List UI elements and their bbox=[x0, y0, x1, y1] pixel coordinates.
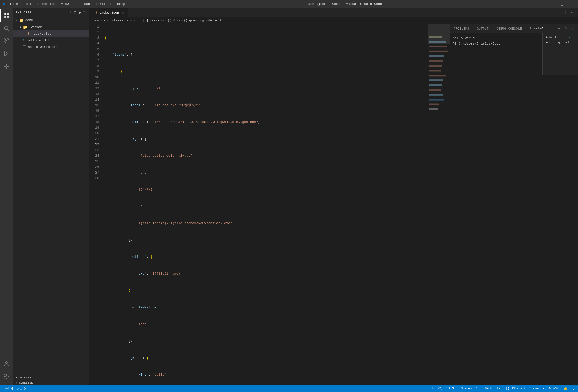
statusbar-errors[interactable]: ◯ ⓪ 0 bbox=[3, 385, 14, 392]
code-line-12: "${fileDirname}\\${fileBasenameNoExtensi… bbox=[105, 220, 428, 226]
svg-marker-9 bbox=[5, 51, 8, 56]
svg-rect-32 bbox=[429, 108, 438, 110]
ln-21: 21 bbox=[89, 136, 99, 142]
statusbar-encoding[interactable]: UTF-8 bbox=[481, 385, 493, 392]
menu-go[interactable]: Go bbox=[72, 2, 81, 6]
tree-root[interactable]: ▼ 📁 CODE bbox=[13, 17, 89, 24]
statusbar-warnings[interactable]: △ ⚠ 0 bbox=[16, 385, 27, 392]
svg-point-8 bbox=[7, 39, 9, 40]
statusbar-sync[interactable]: ↻ bbox=[572, 385, 575, 392]
svg-rect-1 bbox=[7, 13, 9, 15]
close-panel-button[interactable]: ✕ bbox=[570, 26, 575, 32]
code-line-16: }, bbox=[105, 288, 428, 293]
svg-rect-25 bbox=[429, 75, 446, 76]
output-label: OUTPUT bbox=[477, 27, 489, 31]
ln-25: 25 bbox=[89, 159, 99, 164]
more-actions-button[interactable]: ⋯ bbox=[569, 9, 575, 16]
tree-tasks-json[interactable]: ▶ {} tasks.json bbox=[13, 30, 89, 37]
breadcrumb-index[interactable]: {} 0 bbox=[168, 19, 175, 22]
statusbar-position[interactable]: Ln 22, Col 34 bbox=[431, 385, 457, 392]
terminal-session-1[interactable]: ▶ C/C++: ... ✓ bbox=[544, 35, 577, 40]
tasks-json-icon: {} bbox=[28, 32, 32, 36]
split-editor-button[interactable]: ⎹ bbox=[561, 9, 568, 16]
minimize-button[interactable]: ⎯ bbox=[561, 2, 564, 6]
terminal-output-1: hello world bbox=[453, 36, 475, 40]
activity-settings[interactable] bbox=[0, 370, 13, 383]
add-terminal-button[interactable]: + bbox=[549, 26, 555, 32]
breadcrumb-sep-3: > bbox=[160, 19, 162, 22]
close-button[interactable]: ✕ bbox=[572, 2, 575, 6]
maximize-button[interactable]: ☐ bbox=[566, 2, 570, 6]
ln-5: 5 bbox=[89, 46, 99, 52]
svg-rect-12 bbox=[7, 64, 9, 66]
tab-bar: {} tasks.json ✕ ⎹ ⋯ bbox=[89, 8, 578, 17]
tab-close-button[interactable]: ✕ bbox=[121, 10, 125, 15]
terminal-label: TERMINAL bbox=[529, 27, 545, 30]
code-line-15: "cwd": "${fileDirname}" bbox=[105, 271, 428, 277]
code-line-14: "options": { bbox=[105, 254, 428, 260]
svg-rect-13 bbox=[4, 67, 6, 69]
activity-search[interactable] bbox=[0, 22, 13, 34]
statusbar-language[interactable]: {} JSON with Comments bbox=[505, 385, 545, 392]
activity-extensions[interactable] bbox=[0, 60, 13, 73]
panel-tab-debug[interactable]: DEBUG CONSOLE bbox=[492, 24, 526, 33]
statusbar-bell[interactable]: 🔔 bbox=[563, 385, 569, 392]
minimap-svg bbox=[428, 24, 450, 385]
panel-tab-terminal[interactable]: TERMINAL bbox=[526, 24, 549, 33]
breadcrumb-vscode[interactable]: .vscode bbox=[92, 19, 105, 22]
tree-hello-c[interactable]: ▶ C hello_world.c bbox=[13, 37, 89, 44]
menu-edit[interactable]: Edit bbox=[21, 2, 34, 6]
maximize-panel-button[interactable]: ⌃ bbox=[563, 26, 569, 32]
ln-18: 18 bbox=[89, 119, 99, 125]
new-file-icon[interactable]: + bbox=[69, 10, 72, 15]
timeline-arrow: ▶ bbox=[16, 381, 18, 384]
outline-header[interactable]: ▶ OUTLINE bbox=[13, 375, 89, 380]
sidebar-header: Explorer + ▢ ↻ ≡ bbox=[13, 8, 89, 17]
code-line-21: "kind": "build", bbox=[105, 372, 428, 378]
svg-rect-23 bbox=[429, 65, 442, 67]
refresh-icon[interactable]: ↻ bbox=[78, 10, 81, 15]
breadcrumb-isdefault[interactable]: isDefault bbox=[205, 19, 222, 22]
panel-tab-output[interactable]: OUTPUT bbox=[473, 24, 492, 33]
activity-explorer[interactable] bbox=[0, 9, 13, 22]
menu-selection[interactable]: Selection bbox=[35, 2, 58, 6]
tree-hello-exe[interactable]: ▶ ☰ hello_world.exe bbox=[13, 44, 89, 50]
code-editor[interactable]: 1 2 3 4 5 6 7 8 9 10 11 12 13 14 bbox=[89, 24, 428, 385]
ln-4: 4 bbox=[89, 41, 99, 46]
breadcrumb-tasks[interactable]: [ ] tasks bbox=[143, 19, 159, 22]
terminal-session-2[interactable]: ► cppdbg: hel... bbox=[544, 40, 577, 45]
statusbar-os[interactable]: Win32 bbox=[548, 385, 560, 392]
sidebar-bottom: ▶ OUTLINE ▶ TIMELINE bbox=[13, 375, 89, 385]
root-arrow: ▼ bbox=[15, 18, 19, 22]
menu-file[interactable]: File bbox=[8, 2, 21, 6]
menu-run[interactable]: Run bbox=[81, 2, 92, 6]
error-icon: ◯ bbox=[4, 387, 5, 391]
split-terminal-button[interactable]: ▼ bbox=[556, 26, 562, 32]
code-content[interactable]: { "tasks": [ { "type": "cppbuild", "labe… bbox=[102, 24, 428, 385]
activity-account[interactable] bbox=[0, 357, 13, 370]
code-line-8: "-fdiagnostics-color=always", bbox=[105, 153, 428, 159]
tree-vscode-folder[interactable]: ▼ 📁 .vscode bbox=[13, 24, 89, 30]
menu-view[interactable]: View bbox=[58, 2, 71, 6]
collapse-all-icon[interactable]: ≡ bbox=[83, 10, 86, 15]
main-layout: Explorer + ▢ ↻ ≡ ▼ 📁 CODE ▼ 📁 .vscode bbox=[0, 8, 578, 385]
breadcrumb-json-icon-2: {} bbox=[163, 19, 167, 22]
terminal-session-icon-1: ▶ bbox=[546, 35, 548, 39]
ln-24: 24 bbox=[89, 153, 99, 159]
panel-tab-problems[interactable]: PROBLEMS bbox=[450, 24, 473, 33]
breadcrumb-json-icon-1: {} bbox=[109, 19, 113, 22]
menu-terminal[interactable]: Terminal bbox=[93, 2, 114, 6]
new-folder-icon[interactable]: ▢ bbox=[74, 10, 77, 15]
statusbar: ◯ ⓪ 0 △ ⚠ 0 Ln 22, Col 34 Spaces: 4 UTF-… bbox=[0, 385, 578, 392]
activity-source-control[interactable] bbox=[0, 34, 13, 47]
tab-tasks-json[interactable]: {} tasks.json ✕ bbox=[89, 8, 129, 17]
timeline-header[interactable]: ▶ TIMELINE bbox=[13, 380, 89, 385]
breadcrumb-group[interactable]: {} group bbox=[184, 19, 199, 22]
breadcrumb-tasks-json[interactable]: tasks.json bbox=[114, 19, 132, 22]
svg-rect-27 bbox=[429, 84, 442, 86]
vscode-folder-label: .vscode bbox=[29, 25, 43, 29]
menu-help[interactable]: Help bbox=[115, 2, 128, 6]
statusbar-line-ending[interactable]: LF bbox=[496, 385, 501, 392]
statusbar-spaces[interactable]: Spaces: 4 bbox=[460, 385, 478, 392]
activity-run[interactable] bbox=[0, 47, 13, 60]
